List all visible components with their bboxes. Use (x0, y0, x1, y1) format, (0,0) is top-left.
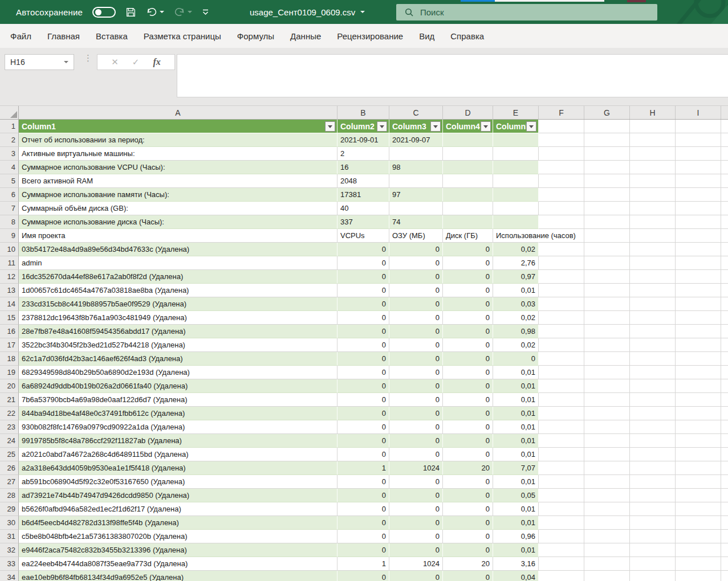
cell-F28[interactable] (539, 489, 584, 502)
cell-C25[interactable]: 0 (389, 448, 443, 461)
cell-H21[interactable] (630, 393, 676, 407)
cell-H31[interactable] (630, 530, 676, 543)
row-header-30[interactable]: 30 (0, 516, 19, 530)
cell-D34[interactable]: 0 (443, 571, 493, 581)
cell-G28[interactable] (584, 489, 630, 502)
cell-E19[interactable]: 0,01 (493, 366, 539, 379)
cell-D7[interactable] (443, 202, 493, 215)
cell-G33[interactable] (584, 557, 630, 571)
cell-A26[interactable]: a2a318e643dd4059b9530ea1e1f5f418 (Удален… (19, 461, 337, 475)
cell-A10[interactable]: 03b54172e48a4d9a89e56d34bd47633c (Удален… (19, 243, 337, 256)
cell-A15[interactable]: 2378812dc19643f8b76a1a903c481949 (Удален… (19, 311, 337, 325)
cell-E10[interactable]: 0,02 (493, 243, 539, 256)
row-header-15[interactable]: 15 (0, 311, 19, 325)
column-header-H[interactable]: H (630, 106, 676, 119)
cell-D9[interactable]: Диск (ГБ) (443, 229, 493, 243)
row-header-34[interactable]: 34 (0, 571, 19, 581)
cell-G14[interactable] (584, 297, 630, 311)
cell-H23[interactable] (630, 420, 676, 434)
cell-I4[interactable] (676, 161, 721, 174)
cell-H2[interactable] (630, 133, 676, 147)
cell-C3[interactable] (389, 147, 443, 161)
cell-A14[interactable]: 233cd315cb8c4419b88957b5ae0f9529 (Удален… (19, 297, 337, 311)
cell-D10[interactable]: 0 (443, 243, 493, 256)
cell-G15[interactable] (584, 311, 630, 325)
cell-D23[interactable]: 0 (443, 420, 493, 434)
cell-C27[interactable]: 0 (389, 475, 443, 489)
filter-button-A[interactable] (325, 121, 335, 132)
cell-I31[interactable] (676, 530, 721, 543)
cell-A11[interactable]: admin (19, 256, 337, 270)
cell-H22[interactable] (630, 407, 676, 420)
cell-H32[interactable] (630, 543, 676, 557)
cell-B20[interactable]: 0 (337, 379, 389, 393)
cell-G21[interactable] (584, 393, 630, 407)
cell-D13[interactable]: 0 (443, 284, 493, 297)
row-header-24[interactable]: 24 (0, 434, 19, 448)
cell-I6[interactable] (676, 188, 721, 202)
cell-I26[interactable] (676, 461, 721, 475)
cell-G17[interactable] (584, 338, 630, 352)
cell-C23[interactable]: 0 (389, 420, 443, 434)
search-input[interactable] (420, 7, 591, 17)
cell-A22[interactable]: 844ba94d18be4af48e0c37491fbb612c (Удален… (19, 407, 337, 420)
cell-A25[interactable]: a2021c0abd7a4672a268c4d6489115bd (Удален… (19, 448, 337, 461)
cell-B10[interactable]: 0 (337, 243, 389, 256)
cell-A28[interactable]: ad73921e74b44b74947d9426dcdd9850 (Удален… (19, 489, 337, 502)
cell-E14[interactable]: 0,03 (493, 297, 539, 311)
cell-A23[interactable]: 930b082f8fc14769a0979cd90922a1da (Удален… (19, 420, 337, 434)
cell-G12[interactable] (584, 270, 630, 284)
cell-D20[interactable]: 0 (443, 379, 493, 393)
cell-G13[interactable] (584, 284, 630, 297)
cell-H17[interactable] (630, 338, 676, 352)
cell-B5[interactable]: 2048 (337, 174, 389, 188)
cell-A12[interactable]: 16dc352670da44ef88e617a2ab0f8f2d (Удален… (19, 270, 337, 284)
cell-G7[interactable] (584, 202, 630, 215)
cell-H20[interactable] (630, 379, 676, 393)
cell-I10[interactable] (676, 243, 721, 256)
ribbon-tab-4[interactable]: Разметка страницы (136, 24, 229, 48)
cell-E28[interactable]: 0,05 (493, 489, 539, 502)
row-header-9[interactable]: 9 (0, 229, 19, 243)
cell-I9[interactable] (676, 229, 721, 243)
cell-E15[interactable]: 0,02 (493, 311, 539, 325)
ribbon-tab-7[interactable]: Рецензирование (329, 24, 411, 48)
cell-F33[interactable] (539, 557, 584, 571)
cell-F20[interactable] (539, 379, 584, 393)
cell-I34[interactable] (676, 571, 721, 581)
cell-B32[interactable]: 0 (337, 543, 389, 557)
cell-A31[interactable]: c5be8b048bfb4e21a57361383807020b (Удален… (19, 530, 337, 543)
cell-D8[interactable] (443, 215, 493, 229)
cell-H14[interactable] (630, 297, 676, 311)
cell-A24[interactable]: 9919785b5f8c48a786ccf292f11827ab (Удален… (19, 434, 337, 448)
cell-A2[interactable]: Отчет об использовании за период: (19, 133, 337, 147)
row-header-25[interactable]: 25 (0, 448, 19, 461)
cell-H3[interactable] (630, 147, 676, 161)
ribbon-tab-1[interactable]: Файл (2, 24, 39, 48)
cell-D33[interactable]: 20 (443, 557, 493, 571)
cell-D2[interactable] (443, 133, 493, 147)
cell-F8[interactable] (539, 215, 584, 229)
cell-E7[interactable] (493, 202, 539, 215)
undo-button[interactable] (146, 7, 164, 17)
row-header-8[interactable]: 8 (0, 215, 19, 229)
cell-D18[interactable]: 0 (443, 352, 493, 366)
cell-F19[interactable] (539, 366, 584, 379)
row-header-26[interactable]: 26 (0, 461, 19, 475)
cell-A16[interactable]: 28e7fb87e48a41608f59454356abdd17 (Удален… (19, 325, 337, 338)
cell-E9[interactable]: Использование (часов) (493, 229, 539, 243)
cell-H5[interactable] (630, 174, 676, 188)
cell-E2[interactable] (493, 133, 539, 147)
cell-F27[interactable] (539, 475, 584, 489)
cell-C2[interactable]: 2021-09-07 (389, 133, 443, 147)
cell-F7[interactable] (539, 202, 584, 215)
cell-E4[interactable] (493, 161, 539, 174)
cell-E8[interactable] (493, 215, 539, 229)
cell-E3[interactable] (493, 147, 539, 161)
cell-C5[interactable] (389, 174, 443, 188)
cell-G30[interactable] (584, 516, 630, 530)
column-header-B[interactable]: B (337, 106, 389, 119)
cell-A8[interactable]: Суммарное использование диска (Часы): (19, 215, 337, 229)
cell-C14[interactable]: 0 (389, 297, 443, 311)
cell-C33[interactable]: 1024 (389, 557, 443, 571)
